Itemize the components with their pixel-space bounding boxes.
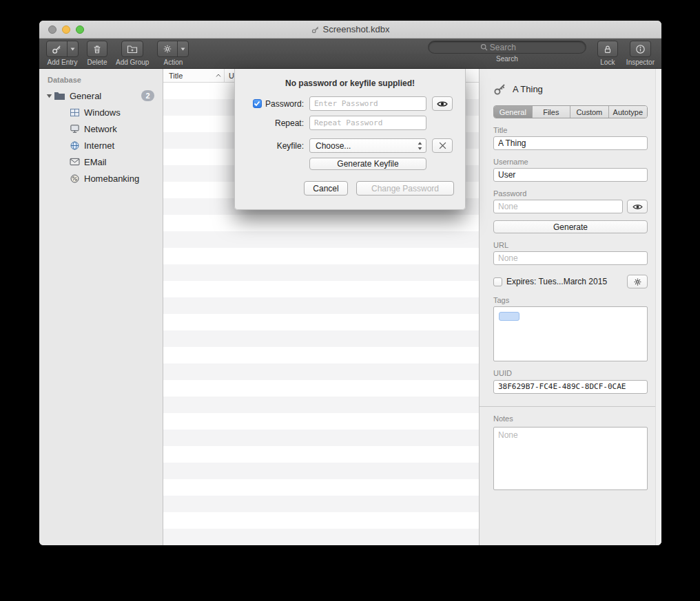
keyfile-selected-value: Choose... [316, 141, 351, 151]
group-count-badge: 2 [141, 90, 154, 101]
password-row-label: Password: [243, 99, 304, 109]
column-header-title[interactable]: Title [163, 69, 224, 82]
eye-icon [437, 100, 448, 108]
keyfile-row-label: Keyfile: [243, 141, 304, 151]
inspector-scrollbar[interactable] [655, 69, 661, 545]
tab-custom[interactable]: Custom [570, 106, 608, 118]
sidebar-item-label: EMail [84, 157, 107, 167]
toolbar: Add Entry Delete Add Group [39, 39, 661, 69]
search-tool: Search [428, 41, 586, 63]
generate-keyfile-button[interactable]: Generate Keyfile [309, 158, 426, 170]
add-group-label: Add Group [116, 59, 149, 66]
url-field-label: URL [493, 241, 648, 249]
sidebar-item-label: Network [84, 124, 117, 134]
add-group-button[interactable] [121, 41, 143, 57]
repeat-password-input[interactable] [309, 116, 426, 130]
reveal-password-button[interactable] [432, 96, 453, 111]
sidebar-item-internet[interactable]: Internet [39, 137, 163, 154]
tab-files[interactable]: Files [532, 106, 570, 118]
action-button[interactable] [157, 41, 189, 57]
sidebar-item-label: Internet [84, 140, 114, 151]
folder-icon [54, 91, 65, 101]
notes-field[interactable] [493, 427, 648, 490]
zoom-button[interactable] [76, 25, 84, 34]
keyfile-dropdown[interactable]: Choose... [309, 138, 426, 153]
add-entry-label: Add Entry [48, 59, 78, 66]
search-input[interactable] [490, 43, 534, 52]
tab-general[interactable]: General [494, 106, 532, 118]
homebanking-icon [70, 173, 80, 184]
delete-tool: Delete [87, 41, 107, 66]
expires-row: Expires: Tues...March 2015 [493, 275, 648, 288]
sort-ascending-icon [216, 74, 221, 77]
sidebar-item-homebanking[interactable]: Homebanking [39, 170, 163, 187]
password-label-text: Password: [265, 99, 304, 109]
inspector-tool: Inspector [626, 41, 655, 66]
key-plus-icon [47, 41, 67, 56]
windows-icon [70, 108, 80, 117]
inspector-tabs: General Files Custom Autotype [493, 105, 648, 118]
close-x-icon [439, 142, 446, 149]
inspector-button[interactable] [630, 41, 651, 57]
disclosure-triangle-icon[interactable] [45, 94, 54, 98]
keyfile-form: Keyfile: Choose... Generate Keyfile [235, 138, 465, 170]
title-bar[interactable]: Screenshot.kdbx [39, 21, 661, 39]
internet-icon [70, 140, 80, 151]
expires-checkbox[interactable] [493, 277, 502, 286]
expires-settings-button[interactable] [627, 275, 648, 288]
sidebar-item-general[interactable]: General 2 [39, 87, 163, 104]
sidebar-item-windows[interactable]: Windows [39, 104, 163, 120]
password-field-label: Password [493, 189, 648, 198]
search-icon [480, 43, 488, 51]
generate-password-button[interactable]: Generate [493, 220, 648, 233]
lock-icon [603, 44, 612, 54]
close-button[interactable] [48, 25, 56, 34]
add-entry-dropdown[interactable] [67, 41, 78, 56]
title-field[interactable] [493, 136, 648, 150]
gear-icon [158, 41, 177, 56]
new-password-input[interactable] [309, 96, 426, 111]
sidebar-item-network[interactable]: Network [39, 120, 163, 137]
add-entry-button[interactable] [46, 41, 79, 57]
minimize-button[interactable] [62, 25, 70, 34]
action-dropdown[interactable] [177, 41, 188, 56]
search-field[interactable] [428, 41, 586, 54]
reveal-password-button[interactable] [627, 200, 648, 213]
entry-header: A Thing [493, 83, 648, 96]
password-field[interactable] [493, 200, 623, 213]
tab-autotype[interactable]: Autotype [608, 106, 647, 118]
sidebar: Database General 2 Windows [39, 69, 163, 545]
search-label: Search [496, 55, 518, 63]
lock-label: Lock [600, 59, 615, 66]
action-tool: Action [157, 41, 189, 66]
delete-button[interactable] [87, 41, 107, 57]
gear-icon [633, 277, 642, 286]
tags-box[interactable] [493, 306, 648, 361]
cancel-button[interactable]: Cancel [304, 181, 348, 196]
change-password-dialog: No password or keyfile supplied! Passwor… [234, 69, 466, 210]
inspector-label: Inspector [626, 59, 655, 66]
uuid-field[interactable] [493, 380, 648, 394]
sidebar-item-email[interactable]: EMail [39, 154, 163, 170]
sidebar-item-label: Homebanking [84, 173, 139, 184]
sidebar-item-label: General [70, 91, 101, 101]
column-header-username[interactable]: U [225, 72, 234, 80]
clear-keyfile-button[interactable] [432, 138, 453, 153]
lock-tool: Lock [597, 41, 618, 66]
tags-field-label: Tags [493, 296, 648, 304]
dialog-buttons: Cancel Change Password [304, 181, 465, 196]
url-field[interactable] [493, 251, 648, 265]
traffic-lights [48, 25, 84, 34]
dialog-message: No password or keyfile supplied! [235, 78, 465, 88]
title-field-label: Title [493, 126, 648, 134]
username-field[interactable] [493, 168, 648, 182]
dialog-form: Password: Repeat: [235, 96, 465, 130]
column-title-label: Title [169, 72, 183, 80]
password-checkbox[interactable] [253, 99, 262, 108]
change-password-button[interactable]: Change Password [356, 181, 454, 196]
entry-title: A Thing [513, 84, 543, 94]
sidebar-section-header: Database [39, 76, 163, 87]
tag-token[interactable] [499, 312, 519, 321]
add-group-tool: Add Group [116, 41, 149, 66]
lock-button[interactable] [597, 41, 618, 57]
